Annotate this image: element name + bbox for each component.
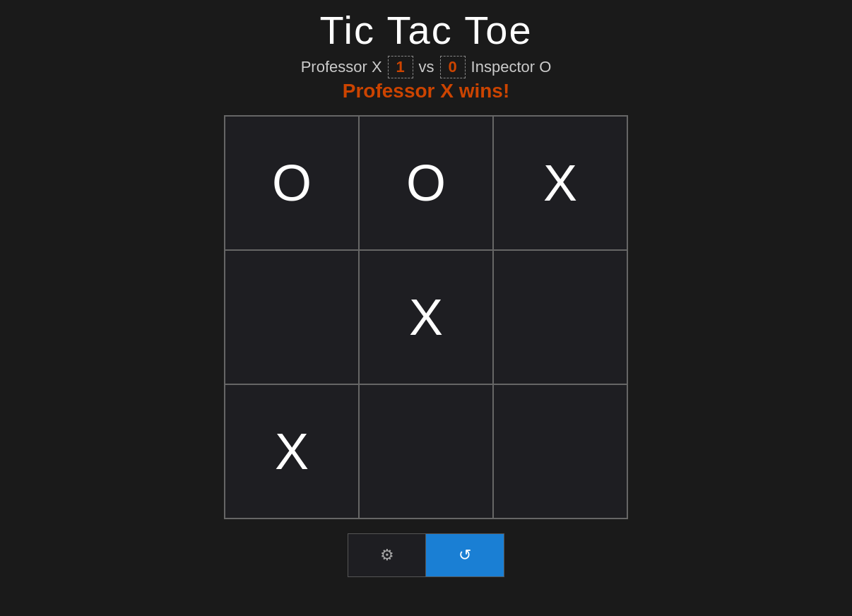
player1-name: Professor X	[301, 58, 382, 76]
player2-name: Inspector O	[471, 58, 552, 76]
game-board: OOXXX	[224, 115, 628, 519]
cell-2[interactable]: X	[493, 116, 627, 250]
board-container: OOXXX	[224, 115, 628, 519]
cell-1[interactable]: O	[359, 116, 493, 250]
scoreboard: Professor X 1 vs 0 Inspector O	[301, 56, 552, 78]
gear-icon: ⚙	[380, 546, 394, 564]
game-title: Tic Tac Toe	[301, 7, 552, 53]
cell-5[interactable]	[493, 250, 627, 384]
win-message: Professor X wins!	[301, 80, 552, 102]
cell-4[interactable]: X	[359, 250, 493, 384]
cell-8[interactable]	[493, 384, 627, 519]
game-header: Tic Tac Toe Professor X 1 vs 0 Inspector…	[301, 7, 552, 102]
restart-button[interactable]: ↺	[426, 534, 504, 576]
player2-score: 0	[440, 56, 466, 78]
player1-score: 1	[388, 56, 413, 78]
cell-3[interactable]	[225, 250, 359, 384]
cell-0[interactable]: O	[225, 116, 359, 250]
cell-7[interactable]	[359, 384, 493, 519]
cell-6[interactable]: X	[225, 384, 359, 519]
vs-label: vs	[419, 58, 434, 76]
refresh-icon: ↺	[458, 546, 471, 564]
controls-bar: ⚙ ↺	[348, 533, 504, 577]
settings-button[interactable]: ⚙	[348, 534, 426, 576]
